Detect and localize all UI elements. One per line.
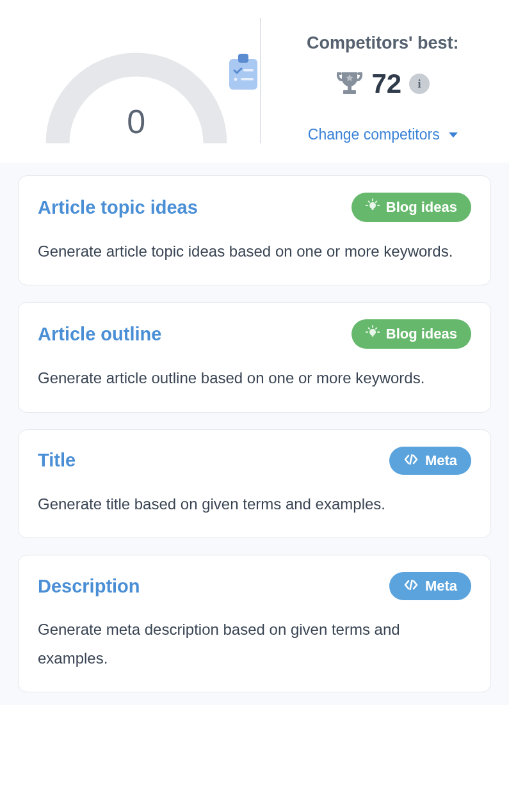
competitors-score: 72 — [371, 68, 401, 99]
cards-list: Article topic ideas — [0, 163, 509, 705]
card-description: Generate meta description based on given… — [38, 616, 471, 673]
card-title[interactable]: Description — [38, 576, 140, 597]
svg-rect-7 — [343, 90, 356, 94]
svg-line-23 — [410, 580, 412, 589]
svg-line-13 — [368, 202, 369, 203]
svg-line-14 — [376, 202, 377, 203]
svg-line-21 — [376, 328, 377, 330]
card-header: Title Meta — [38, 447, 471, 475]
card-header: Article topic ideas — [38, 193, 471, 222]
svg-rect-6 — [348, 85, 351, 90]
code-icon — [403, 452, 419, 469]
lightbulb-icon — [366, 198, 380, 216]
card-title[interactable]: Article outline — [38, 324, 161, 345]
svg-point-2 — [241, 54, 246, 59]
svg-point-4 — [234, 78, 238, 81]
svg-rect-0 — [229, 59, 257, 90]
svg-rect-16 — [371, 335, 373, 337]
meta-pill[interactable]: Meta — [389, 572, 471, 600]
card-header: Description Meta — [38, 572, 471, 600]
pill-label: Blog ideas — [386, 199, 457, 216]
competitors-column: Competitors' best: 72 i Change competito… — [266, 18, 492, 143]
card-title-generator: Title Meta Generate title based on given… — [18, 429, 491, 538]
card-title[interactable]: Article topic ideas — [38, 197, 198, 218]
card-article-outline: Article outline Bl — [18, 302, 491, 412]
blog-ideas-pill[interactable]: Blog ideas — [351, 319, 471, 349]
card-description: Generate article outline based on one or… — [38, 364, 471, 392]
card-description: Generate title based on given terms and … — [38, 490, 471, 518]
svg-line-22 — [410, 455, 412, 464]
card-header: Article outline Bl — [38, 319, 471, 349]
svg-rect-5 — [241, 78, 254, 81]
competitors-label: Competitors' best: — [307, 33, 458, 53]
gauge-column: 0 — [18, 18, 255, 143]
blog-ideas-pill[interactable]: Blog ideas — [351, 193, 471, 222]
clipboard-icon[interactable] — [227, 52, 260, 93]
competitors-score-row: 72 i — [335, 68, 430, 99]
pill-label: Blog ideas — [386, 326, 457, 342]
svg-rect-3 — [243, 69, 254, 72]
score-gauge: 0 — [44, 51, 229, 143]
code-icon — [403, 578, 419, 594]
meta-pill[interactable]: Meta — [389, 447, 471, 475]
score-value: 0 — [127, 102, 145, 143]
pill-label: Meta — [425, 452, 457, 469]
card-description: Generate article topic ideas based on on… — [38, 237, 471, 266]
trophy-icon — [335, 70, 364, 98]
score-panel: 0 Competitors' best: — [0, 0, 509, 163]
pill-label: Meta — [425, 578, 457, 594]
svg-rect-9 — [371, 208, 373, 210]
chevron-down-icon — [449, 132, 458, 138]
change-competitors-link[interactable]: Change competitors — [308, 126, 458, 143]
change-competitors-label: Change competitors — [308, 126, 440, 143]
card-description-generator: Description Meta Generate meta descripti… — [18, 555, 491, 692]
card-article-topic-ideas: Article topic ideas — [18, 175, 491, 285]
svg-point-8 — [369, 202, 376, 209]
card-title[interactable]: Title — [38, 450, 76, 471]
svg-point-15 — [369, 329, 376, 335]
lightbulb-icon — [366, 325, 380, 343]
svg-line-20 — [368, 328, 369, 330]
info-icon[interactable]: i — [409, 74, 430, 94]
